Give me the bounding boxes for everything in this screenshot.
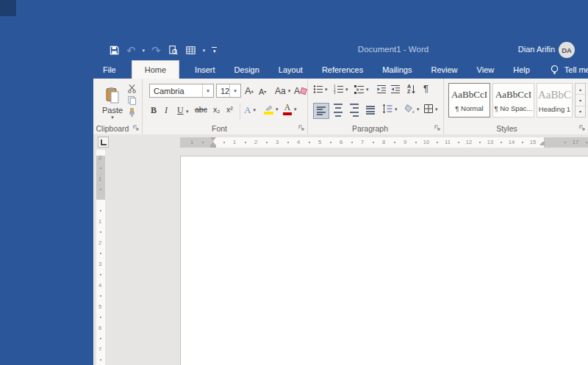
tab-home[interactable]: Home [132, 60, 179, 79]
styles-gallery-more-icon[interactable]: ▾ [576, 106, 585, 117]
ruler-tick [100, 189, 101, 190]
ruler-tick [586, 142, 587, 143]
first-line-indent-marker[interactable] [210, 137, 216, 141]
save-icon[interactable] [109, 45, 120, 56]
font-size-combo[interactable]: 12 ▾ [216, 84, 241, 98]
styles-dialog-launcher-icon[interactable] [578, 124, 586, 131]
tab-view[interactable]: View [476, 65, 495, 74]
undo-icon[interactable]: ↶ [126, 46, 136, 55]
tab-selector-button[interactable] [98, 137, 109, 148]
print-preview-icon[interactable] [168, 45, 179, 56]
v-ruler[interactable]: 123456721 [96, 150, 105, 365]
pilcrow-button[interactable]: ¶ [423, 83, 429, 94]
document-title: Document1 - Word [334, 45, 452, 54]
style-normal[interactable]: AaBbCcI ¶ Normal [448, 83, 490, 118]
align-left-button[interactable] [313, 103, 329, 119]
strikethrough-button[interactable]: abc [195, 105, 207, 114]
clear-formatting-button[interactable]: A [294, 84, 306, 98]
ruler-number: 17 [573, 139, 578, 145]
align-center-button[interactable] [331, 103, 345, 118]
h-ruler[interactable]: 1234567891011121314151721 [180, 137, 588, 148]
shrink-font-button[interactable]: A▾ [259, 85, 266, 98]
document-page[interactable] [180, 156, 588, 365]
subscript-button[interactable]: x₂ [213, 105, 220, 114]
decrease-indent-button[interactable] [376, 84, 387, 94]
tab-mailings[interactable]: Mailings [381, 65, 412, 74]
styles-scroll-up-icon[interactable]: ▴ [576, 84, 585, 95]
highlighter-pen-icon [265, 104, 273, 111]
style-no-spacing-name: ¶ No Spac... [493, 104, 534, 112]
svg-text:3: 3 [334, 91, 336, 94]
justify-button[interactable] [363, 103, 378, 118]
ruler-tick [351, 142, 353, 143]
font-name-combo[interactable]: Cambria ▾ [149, 84, 214, 98]
numbering-button[interactable]: 123 ▾ [334, 84, 348, 94]
ruler-number: 2 [98, 154, 101, 161]
ruler-tick [100, 231, 101, 233]
copy-icon[interactable] [127, 95, 137, 105]
ruler-number: 12 [466, 139, 472, 145]
left-indent-marker[interactable] [210, 145, 216, 148]
bullets-button[interactable]: ▾ [313, 84, 328, 94]
avatar[interactable]: DA [559, 42, 575, 58]
line-spacing-button[interactable]: ▾ [382, 104, 398, 114]
underline-button[interactable]: U [177, 105, 184, 116]
tab-insert[interactable]: Insert [194, 65, 216, 74]
table-dropdown-icon[interactable]: ▾ [203, 48, 206, 53]
grow-font-button[interactable]: A▴ [245, 84, 254, 98]
tell-me-box[interactable]: Tell me what you want to do [550, 65, 588, 76]
italic-button[interactable]: I [165, 105, 168, 116]
lightbulb-icon [550, 65, 559, 76]
ruler-tick [309, 142, 310, 143]
superscript-button[interactable]: x² [226, 105, 233, 114]
multilevel-list-button[interactable]: ▾ [354, 84, 369, 94]
font-name-value: Cambria [150, 87, 202, 95]
cut-icon[interactable] [127, 84, 137, 93]
font-name-dropdown-icon[interactable]: ▾ [202, 84, 213, 97]
font-dialog-launcher-icon[interactable] [298, 124, 305, 131]
user-name[interactable]: Dian Arifin [514, 45, 555, 54]
undo-dropdown-icon[interactable]: ▾ [143, 48, 146, 53]
text-effects-button[interactable]: A▾ [244, 104, 256, 116]
redo-icon[interactable]: ↷ [151, 46, 161, 55]
font-color-button[interactable]: A ▾ [283, 104, 297, 115]
ribbon: Paste ▾ Clipboard Cambria ▾ 12 ▾ A▴ [93, 79, 588, 135]
ruler-tick [458, 142, 459, 143]
highlight-button[interactable]: ▾ [264, 104, 279, 115]
bold-button[interactable]: B [151, 105, 157, 116]
ruler-tick [330, 142, 331, 143]
ruler-number: 7 [361, 139, 364, 145]
table-icon[interactable] [185, 45, 196, 56]
tab-review[interactable]: Review [431, 65, 459, 74]
paste-button[interactable]: Paste ▾ [99, 82, 126, 123]
customize-qat-icon[interactable]: ▾ [212, 47, 217, 54]
style-no-spacing[interactable]: AaBbCcI ¶ No Spac... [492, 83, 534, 118]
paragraph-dialog-launcher-icon[interactable] [434, 124, 441, 131]
increase-indent-button[interactable] [390, 84, 401, 94]
tab-file[interactable]: File [102, 65, 117, 74]
align-right-button[interactable] [347, 103, 362, 118]
tab-help[interactable]: Help [512, 65, 531, 74]
ruler-tick [415, 142, 417, 143]
ruler-number: 4 [297, 139, 300, 145]
style-heading1[interactable]: AaBbC Heading 1 [537, 83, 573, 118]
font-size-dropdown-icon[interactable]: ▾ [229, 84, 240, 97]
ruler-tick [100, 167, 101, 169]
group-clipboard: Paste ▾ Clipboard [93, 79, 143, 134]
tab-layout[interactable]: Layout [278, 65, 304, 74]
borders-button[interactable]: ▾ [423, 104, 438, 114]
change-case-button[interactable]: Aa▾ [275, 84, 290, 98]
sort-button[interactable]: AZ [407, 84, 416, 94]
ruler-number: 8 [382, 139, 385, 145]
clipboard-dialog-launcher-icon[interactable] [132, 124, 140, 131]
styles-scroll-down-icon[interactable]: ▾ [576, 95, 585, 106]
ruler-number: 6 [98, 325, 101, 331]
quick-access-toolbar: ↶ ▾ ↷ ▾ ▾ [109, 43, 217, 57]
shading-button[interactable]: ▾ [404, 104, 420, 114]
tab-references[interactable]: References [321, 65, 364, 74]
ruler-number: 3 [276, 139, 279, 145]
format-painter-icon[interactable] [127, 108, 137, 118]
ruler-tick [522, 142, 523, 143]
underline-dropdown-icon[interactable]: ▾ [186, 109, 189, 114]
tab-design[interactable]: Design [234, 65, 260, 74]
